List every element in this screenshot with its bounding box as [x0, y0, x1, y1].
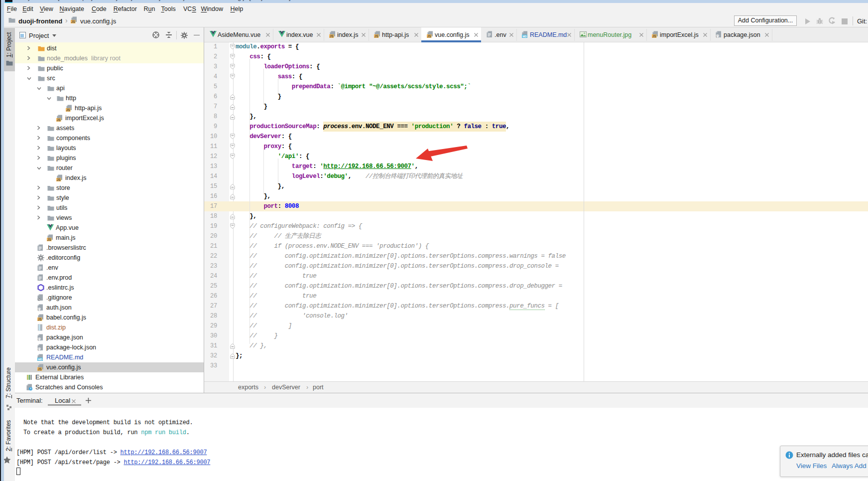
svg-text:JS: JS: [427, 34, 432, 38]
svg-text:{): {): [716, 35, 719, 38]
svg-text:JS: JS: [330, 34, 334, 38]
svg-text:JS: JS: [71, 20, 76, 23]
svg-text:JS: JS: [38, 367, 42, 371]
svg-text:JS: JS: [652, 34, 657, 38]
svg-text:JS: JS: [57, 178, 61, 181]
svg-text:JS: JS: [38, 318, 42, 321]
svg-text:MD: MD: [38, 358, 42, 361]
svg-text:JS: JS: [66, 108, 71, 112]
svg-text:{): {): [37, 348, 41, 351]
svg-text:JS: JS: [47, 238, 52, 241]
svg-text:{): {): [37, 338, 41, 341]
svg-text:JS: JS: [374, 34, 379, 38]
svg-text:MD: MD: [522, 35, 527, 38]
svg-text:{): {): [37, 308, 41, 311]
svg-text:JS: JS: [57, 118, 61, 122]
